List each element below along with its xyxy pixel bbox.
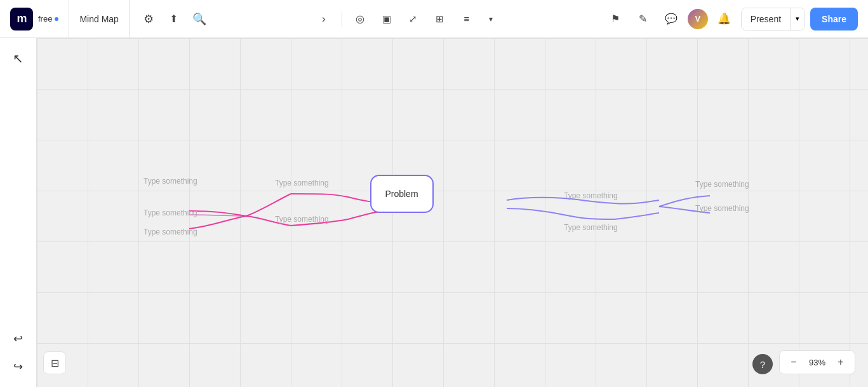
free-dot <box>55 17 58 21</box>
present-button[interactable]: Present <box>742 8 790 30</box>
search-button[interactable]: 🔍 <box>188 8 211 31</box>
zoom-out-button[interactable]: − <box>785 353 803 371</box>
undo-icon: ↩ <box>13 332 23 346</box>
share-export-button[interactable]: ⬆ <box>163 8 185 31</box>
left-sidebar: ↖ ↩ ↪ <box>0 38 37 387</box>
flag-button[interactable]: ⚑ <box>604 8 627 31</box>
problem-node-label: Problem <box>385 189 418 199</box>
free-badge: free <box>38 14 58 24</box>
board-title: Mind Map <box>69 0 129 37</box>
sidebar-toggle-button[interactable]: › <box>312 8 335 31</box>
cursor-reaction-button[interactable]: ✎ <box>632 8 655 31</box>
top-toolbar: m free Mind Map ⚙ ⬆ 🔍 › ◎ ▣ ⤢ <box>0 0 868 38</box>
panel-toggle-button[interactable]: ⊟ <box>43 351 66 374</box>
redo-icon: ↪ <box>13 360 23 374</box>
present-dropdown-button[interactable]: ▾ <box>790 8 805 30</box>
share-button[interactable]: Share <box>810 8 858 31</box>
help-icon: ? <box>760 359 765 370</box>
toolbar-right: ⚑ ✎ 💬 V 🔔 Present ▾ Share <box>594 8 868 31</box>
canvas[interactable]: Problem Type something Type something Ty… <box>37 38 868 387</box>
present-chevron-icon: ▾ <box>796 15 799 23</box>
comment-icon: 💬 <box>665 13 678 25</box>
timer-button[interactable]: ◎ <box>349 8 371 31</box>
notes-icon: ≡ <box>464 13 469 24</box>
cursor-reaction-icon: ✎ <box>639 13 647 25</box>
flag-icon: ⚑ <box>611 13 620 25</box>
notifications-button[interactable]: 🔔 <box>713 8 736 31</box>
miro-logo-icon: m <box>10 8 33 31</box>
toolbar-divider <box>342 11 342 27</box>
mindmap-svg <box>37 38 868 387</box>
mindmap-container: Problem Type something Type something Ty… <box>37 38 868 387</box>
free-label: free <box>38 14 52 24</box>
bell-icon: 🔔 <box>718 12 731 25</box>
undo-button[interactable]: ↩ <box>6 326 31 351</box>
search-icon: 🔍 <box>192 12 206 26</box>
toolbar-center: › ◎ ▣ ⤢ ⊞ ≡ ▾ <box>218 8 594 31</box>
settings-button[interactable]: ⚙ <box>137 8 160 31</box>
avatar-text: V <box>695 14 700 24</box>
toolbar-left: m free <box>0 0 69 37</box>
chevron-right-icon: › <box>322 13 326 25</box>
more-options-button[interactable]: ▾ <box>482 10 500 28</box>
plus-icon: + <box>838 356 843 368</box>
comment-button[interactable]: 💬 <box>660 8 683 31</box>
chevron-down-icon: ▾ <box>489 15 493 24</box>
avatar[interactable]: V <box>688 9 708 29</box>
apps-button[interactable]: ⊞ <box>429 8 451 31</box>
problem-node[interactable]: Problem <box>370 175 434 213</box>
settings-icon: ⚙ <box>144 12 154 26</box>
upload-icon: ⬆ <box>170 13 178 25</box>
help-button[interactable]: ? <box>752 354 773 374</box>
cursor-tool-button[interactable]: ↖ <box>6 46 31 71</box>
toolbar-left-icons: ⚙ ⬆ 🔍 <box>130 8 218 31</box>
present-button-group: Present ▾ <box>741 8 805 31</box>
screen-icon: ▣ <box>382 13 391 25</box>
zoom-controls: − 93% + <box>779 350 855 374</box>
cursor-icon: ↖ <box>13 51 23 66</box>
timer-icon: ◎ <box>356 13 364 25</box>
miro-logo: m <box>10 8 33 31</box>
apps-icon: ⊞ <box>436 13 444 25</box>
fullscreen-icon: ⤢ <box>409 13 417 25</box>
notes-button[interactable]: ≡ <box>455 8 478 31</box>
screen-button[interactable]: ▣ <box>375 8 398 31</box>
minus-icon: − <box>791 356 796 368</box>
fullscreen-button[interactable]: ⤢ <box>402 8 425 31</box>
zoom-in-button[interactable]: + <box>832 353 850 371</box>
zoom-level: 93% <box>805 358 829 367</box>
redo-button[interactable]: ↪ <box>6 354 31 379</box>
panel-toggle-icon: ⊟ <box>51 357 59 369</box>
